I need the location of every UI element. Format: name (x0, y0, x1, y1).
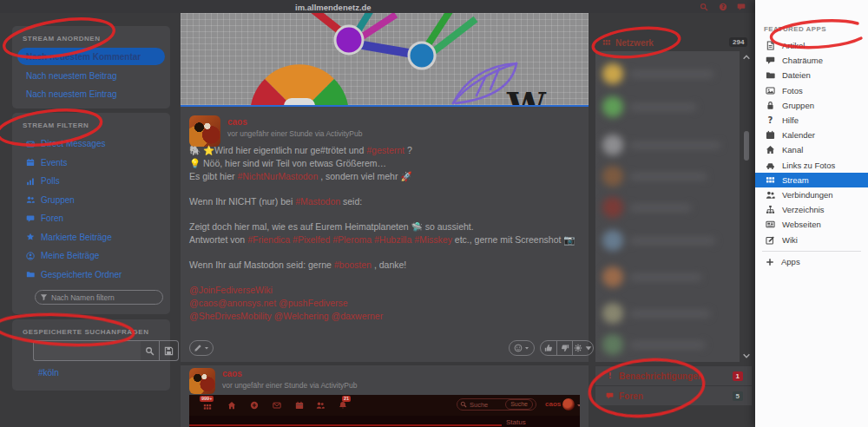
embedded-tab-rule (189, 424, 502, 426)
stream-filter-title: STREAM FILTERN (12, 113, 170, 129)
network-panel-title[interactable]: Netzwerk (602, 36, 654, 49)
svg-text:!: ! (608, 371, 611, 380)
envelope-icon (273, 401, 281, 410)
caret-down-icon (576, 403, 580, 408)
chevron-down-icon[interactable] (742, 351, 751, 360)
filter-label: Events (41, 158, 68, 168)
order-item-newest-post[interactable]: Nach neuestem Beitrag (12, 67, 170, 85)
filter-direct-messages[interactable]: Direct Messages (12, 135, 170, 154)
hashtag-link[interactable]: #Mastodon (295, 196, 340, 207)
menu-item-kanal[interactable]: Kanal (755, 142, 868, 157)
stream-order-title: STREAM ANORDNEN (12, 26, 170, 43)
star-icon (26, 233, 35, 241)
menu-item-verbindungen[interactable]: Verbindungen (755, 187, 868, 202)
menu-item-dateien[interactable]: Dateien (755, 68, 868, 82)
menu-item-gruppen[interactable]: Gruppen (755, 98, 868, 113)
notifications-label: Benachrichtigungen (619, 371, 727, 381)
filter-forums[interactable]: Foren (12, 209, 170, 228)
plus-icon (766, 258, 774, 266)
save-icon (164, 346, 174, 356)
post-2-author[interactable]: caos (222, 369, 242, 378)
post-line: @caos@anonsys.net @pushFediverse (189, 297, 576, 310)
menu-item-chatraeume[interactable]: Chaträume (755, 53, 868, 68)
post-header-image: W (181, 13, 589, 105)
search-icon[interactable] (700, 3, 708, 11)
network-count-badge: 294 (729, 37, 747, 47)
filter-label: Foren (41, 214, 63, 223)
hashtag-link[interactable]: #boosten (334, 259, 372, 270)
smiley-icon (514, 344, 523, 352)
saved-search-tag-koeln[interactable]: #köln (38, 368, 59, 378)
network-contact-list[interactable] (595, 51, 740, 362)
menu-item-stream[interactable]: Stream (755, 173, 868, 187)
menu-item-webseiten[interactable]: Webseiten (755, 217, 868, 232)
order-item-newest-comment[interactable]: Nach neuestem Kommentar (17, 48, 165, 65)
filter-my-posts[interactable]: Meine Beiträge (12, 246, 170, 266)
post-1-author[interactable]: caos (227, 117, 247, 127)
mention-link[interactable]: @SheDrivesMobility @Welchering @daxwerne… (189, 311, 383, 321)
blurred-contacts (595, 51, 740, 362)
users-icon (26, 195, 35, 204)
search-button[interactable] (141, 340, 160, 361)
menu-item-kalender[interactable]: Kalender (755, 128, 868, 142)
menu-item-hilfe[interactable]: ?Hilfe (755, 113, 868, 128)
filter-starred-posts[interactable]: Markierte Beiträge (12, 228, 170, 247)
hashtag-link[interactable]: #Friendica #Pixelfed #Pleroma #Hubzilla … (247, 234, 452, 245)
svg-text:?: ? (721, 3, 725, 10)
name-filter-input[interactable] (35, 290, 163, 305)
caret-down-icon (584, 344, 593, 352)
calendar-icon (295, 401, 304, 410)
mention-link[interactable]: @caos@anonsys.net @pushFediverse (189, 298, 348, 308)
post-2-embedded-screenshot[interactable]: 999+ 21 Suche Suche caos Status (189, 395, 580, 427)
chevron-up-icon[interactable] (742, 53, 751, 62)
menu-item-wiki[interactable]: Wiki (755, 232, 868, 246)
post-menu-button[interactable] (572, 341, 593, 355)
menu-item-verzeichnis[interactable]: Verzeichnis (755, 202, 868, 217)
saved-search-input[interactable] (33, 340, 141, 361)
notifications-row[interactable]: ! Benachrichtigungen 1 (595, 365, 752, 385)
thumbs-down-icon (561, 344, 569, 352)
scrollbar-thumb[interactable] (744, 131, 749, 161)
save-search-button[interactable] (160, 340, 179, 361)
help-icon[interactable]: ? (719, 3, 727, 11)
bell-icon (339, 401, 347, 410)
forums-label: Foren (619, 391, 727, 401)
menu-item-links-zu-fotos[interactable]: Links zu Fotos (755, 158, 868, 173)
filter-saved-folders[interactable]: Gespeicherte Ordner (12, 266, 170, 285)
network-scrollbar[interactable] (741, 51, 752, 362)
filter-events[interactable]: Events (12, 154, 170, 173)
filter-label: Markierte Beiträge (41, 233, 112, 242)
featured-apps-title: FEATURED APPS (764, 25, 826, 33)
dislike-button[interactable] (556, 341, 572, 355)
post-1-avatar[interactable] (189, 115, 220, 147)
like-button[interactable] (541, 341, 556, 355)
hashtag-link[interactable]: #NichtNurMastodon (237, 171, 318, 181)
comment-compose-button[interactable] (189, 340, 214, 356)
forums-row[interactable]: Foren 5 (595, 385, 752, 405)
pencil-icon (194, 344, 202, 352)
post-line: Es gibt hier #NichtNurMastodon , sondern… (189, 170, 576, 183)
emoji-reaction-button[interactable] (509, 340, 535, 356)
post-line: @JoinFediverseWiki (189, 284, 576, 297)
hashtag-link[interactable]: #gesternt (366, 145, 404, 155)
menu-item-artikel[interactable]: Artikel (755, 38, 868, 53)
filter-label: Meine Beiträge (41, 251, 99, 260)
chart-icon (26, 177, 35, 186)
w-letter: W (506, 84, 547, 105)
saved-searches-title: GESPEICHERTE SUCHANFRAGEN (12, 319, 170, 336)
filter-label: Direct Messages (41, 139, 105, 148)
filter-groups[interactable]: Gruppen (12, 191, 170, 210)
menu-item-apps[interactable]: Apps (755, 254, 868, 269)
post-2-avatar[interactable] (189, 368, 215, 394)
post-1-actionbar (189, 340, 580, 358)
order-item-newest-entry[interactable]: Nach neuestem Eintrag (12, 85, 170, 103)
messages-icon[interactable] (737, 3, 746, 11)
filter-label: Gespeicherte Ordner (41, 270, 122, 279)
filter-polls[interactable]: Polls (12, 172, 170, 191)
sitemap-icon (766, 205, 775, 214)
image-icon (766, 86, 775, 95)
menu-item-fotos[interactable]: Fotos (755, 83, 868, 98)
mention-link[interactable]: @JoinFediverseWiki (189, 285, 273, 295)
forums-badge: 5 (733, 391, 743, 401)
comment-icon (26, 214, 35, 223)
